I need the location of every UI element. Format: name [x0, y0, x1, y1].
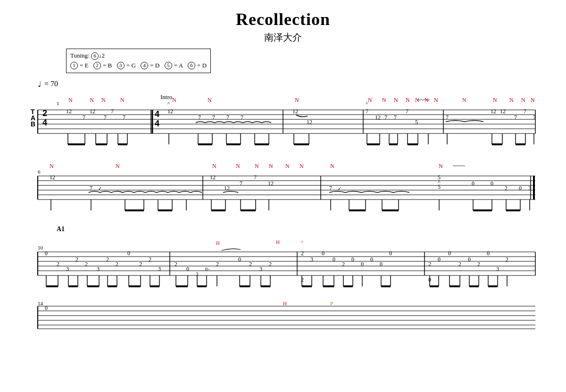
svg-text:B: B — [31, 120, 35, 128]
svg-text:N: N — [439, 163, 443, 169]
svg-text:N: N — [255, 163, 259, 169]
svg-text:7: 7 — [90, 185, 92, 192]
svg-text:~~~~: ~~~~ — [417, 97, 430, 103]
svg-text:N: N — [521, 97, 525, 103]
song-artist: 南泽大介 — [28, 31, 538, 44]
svg-text:2: 2 — [249, 261, 252, 267]
tab-staff-1: T A B 2 4 4 4 N — [28, 93, 538, 150]
svg-text:N: N — [101, 97, 106, 103]
svg-text:N: N — [368, 97, 372, 103]
tab-staff-4: 14 0 H P — [28, 301, 538, 330]
tempo-note: ♩ — [38, 80, 42, 89]
svg-text:7: 7 — [111, 108, 114, 115]
svg-text:7: 7 — [446, 114, 449, 121]
svg-text:✓: ✓ — [98, 186, 102, 191]
svg-text:2: 2 — [269, 261, 272, 267]
tab-staff-2: 6 N N N N N N N N N N 12 7 ✓ 12 — [28, 159, 538, 216]
tab-row-1: Intro T A B 2 4 4 4 — [28, 93, 538, 150]
svg-text:7: 7 — [384, 114, 387, 121]
svg-text:5: 5 — [415, 119, 418, 125]
svg-text:✓: ✓ — [338, 186, 341, 191]
svg-text:N: N — [116, 163, 120, 169]
svg-text:N: N — [382, 97, 386, 103]
svg-text:12: 12 — [491, 108, 496, 115]
svg-text:N: N — [509, 97, 514, 103]
svg-text:~~~~: ~~~~ — [453, 163, 465, 169]
svg-text:2: 2 — [116, 261, 118, 267]
svg-text:3: 3 — [310, 256, 313, 263]
svg-text:N: N — [90, 97, 94, 103]
svg-text:7: 7 — [104, 114, 107, 121]
svg-text:N: N — [212, 163, 216, 169]
svg-text:P: P — [330, 301, 333, 306]
svg-text:6: 6 — [38, 169, 41, 175]
svg-text:7: 7 — [394, 114, 397, 121]
tab-row-4: 14 0 H P — [28, 301, 538, 330]
svg-text:N: N — [285, 163, 290, 169]
svg-text:14: 14 — [38, 301, 43, 306]
svg-text:0: 0 — [333, 256, 335, 263]
svg-text:^: ^ — [167, 100, 170, 106]
svg-text:0: 0 — [322, 250, 325, 257]
svg-text:7: 7 — [198, 114, 201, 121]
svg-text:2: 2 — [75, 256, 78, 263]
svg-text:N: N — [269, 163, 273, 169]
svg-text:3: 3 — [97, 266, 100, 272]
svg-text:3: 3 — [259, 266, 262, 272]
svg-text:2: 2 — [506, 256, 508, 263]
svg-text:0: 0 — [45, 305, 48, 311]
svg-text:0: 0 — [438, 256, 441, 263]
tempo-value: = 70 — [44, 80, 58, 88]
svg-text:3: 3 — [66, 266, 69, 272]
svg-text:7: 7 — [533, 114, 536, 121]
svg-text:0: 0 — [468, 256, 471, 263]
a1-label: A1 — [57, 225, 538, 233]
tuning-box: Tuning: 6↓2 1= E 2= B 3= G 4= D 5= A 6= … — [66, 49, 211, 73]
svg-text:0: 0 — [45, 250, 48, 257]
tab-row-2: 6 N N N N N N N N N N 12 7 ✓ 12 — [28, 159, 538, 216]
svg-text:0: 0 — [238, 256, 241, 263]
svg-text:N: N — [493, 97, 497, 103]
svg-text:0: 0 — [389, 250, 392, 257]
svg-text:^: ^ — [301, 239, 304, 245]
svg-text:10: 10 — [38, 245, 43, 250]
svg-text:12: 12 — [66, 108, 72, 115]
tempo: ♩ = 70 — [38, 80, 538, 89]
svg-text:12: 12 — [307, 119, 312, 125]
svg-text:0: 0 — [370, 256, 373, 263]
svg-text:2: 2 — [428, 261, 431, 267]
svg-text:7: 7 — [254, 174, 257, 181]
svg-text:2: 2 — [139, 261, 142, 267]
svg-text:2: 2 — [149, 256, 151, 263]
svg-text:2: 2 — [301, 276, 304, 283]
svg-text:3: 3 — [158, 266, 161, 272]
svg-text:N: N — [330, 163, 334, 169]
svg-text:N: N — [120, 97, 125, 103]
svg-text:N: N — [295, 97, 299, 103]
svg-text:0: 0 — [380, 261, 383, 267]
svg-text:2: 2 — [216, 261, 219, 267]
svg-text:N: N — [462, 97, 466, 103]
svg-text:7: 7 — [366, 108, 368, 115]
svg-text:3: 3 — [528, 185, 531, 192]
svg-text:2: 2 — [342, 261, 345, 267]
svg-text:0: 0 — [448, 250, 451, 257]
svg-text:12: 12 — [375, 114, 381, 121]
svg-text:0: 0 — [361, 261, 364, 267]
svg-text:2: 2 — [175, 261, 177, 267]
svg-text:^: ^ — [366, 100, 368, 106]
svg-text:H: H — [283, 301, 287, 306]
svg-text:N: N — [434, 97, 438, 103]
svg-text:7: 7 — [226, 114, 229, 121]
svg-text:0: 0 — [487, 250, 490, 257]
svg-text:2: 2 — [85, 261, 88, 267]
svg-text:3: 3 — [496, 266, 499, 272]
intro-label: Intro — [160, 93, 172, 101]
song-title: Recollection — [28, 9, 538, 29]
svg-text:0: 0 — [519, 185, 522, 192]
svg-text:H: H — [216, 240, 220, 246]
svg-text:0: 0 — [472, 180, 474, 187]
page: Recollection 南泽大介 Tuning: 6↓2 1= E 2= B … — [0, 0, 566, 349]
svg-text:12: 12 — [500, 108, 506, 115]
svg-text:N: N — [531, 97, 535, 103]
